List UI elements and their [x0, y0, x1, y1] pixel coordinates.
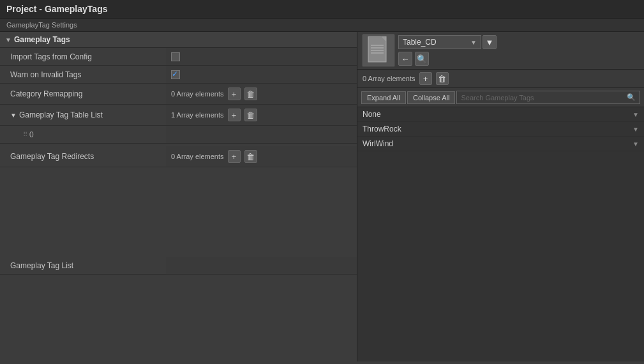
section-title: Gameplay Tags	[14, 35, 70, 44]
tag-list: None ▼ ThrowRock ▼ WirlWind ▼	[357, 107, 644, 361]
tag-item-throwrock[interactable]: ThrowRock ▼	[357, 122, 644, 137]
redirects-add-btn-right[interactable]: +	[419, 72, 432, 85]
category-remapping-row: Category Remapping 0 Array elements + 🗑	[0, 84, 357, 105]
section-arrow: ▼	[5, 36, 11, 43]
search-gameplay-tags: Search Gameplay Tags 🔍	[456, 91, 640, 104]
warn-invalid-tags-label: Warn on Invalid Tags	[0, 66, 166, 83]
window-title: Project - GameplayTags	[6, 4, 107, 14]
svg-rect-3	[381, 36, 386, 42]
import-tags-value	[166, 48, 357, 65]
tag-item-none[interactable]: None ▼	[357, 107, 644, 122]
main-content: ▼ Gameplay Tags Import Tags from Config …	[0, 32, 644, 361]
table-cd-dropdown[interactable]: Table_CD ▼	[398, 35, 481, 49]
asset-controls: Table_CD ▼ ▼ ← 🔍	[398, 35, 497, 66]
search-icon-right[interactable]: 🔍	[627, 93, 636, 102]
gameplay-tag-redirects-label: Gameplay Tag Redirects	[0, 146, 166, 167]
tag-list-area: Expand All Collapse All Search Gameplay …	[357, 88, 644, 361]
redirects-count-right: 0 Array elements	[363, 75, 416, 82]
asset-back-btn[interactable]: ←	[398, 52, 412, 66]
table-list-arrow: ▼	[10, 112, 17, 119]
search-placeholder: Search Gameplay Tags	[461, 94, 534, 102]
redirects-trash-btn-right[interactable]: 🗑	[436, 72, 449, 85]
table-list-index-value	[166, 126, 357, 143]
warn-invalid-tags-row: Warn on Invalid Tags	[0, 66, 357, 84]
category-remapping-count: 0 Array elements	[171, 90, 224, 98]
redirects-add-btn[interactable]: +	[228, 150, 241, 163]
asset-dropdown-row: Table_CD ▼ ▼	[398, 35, 497, 49]
gameplay-tag-list-row: Gameplay Tag List	[0, 257, 357, 275]
tag-arrow-throwrock: ▼	[633, 126, 639, 133]
asset-thumbnail	[363, 34, 394, 66]
asset-icon	[367, 36, 390, 64]
drag-handle: ⠿	[20, 131, 29, 138]
right-panel: Table_CD ▼ ▼ ← 🔍 0	[357, 32, 644, 361]
table-list-index-label: ⠿ 0	[0, 126, 166, 143]
tag-name-wirlwind: WirlWind	[363, 139, 393, 148]
gameplay-tag-table-list-row: ▼ Gameplay Tag Table List 1 Array elemen…	[0, 105, 357, 126]
gameplay-tag-table-list-label[interactable]: ▼ Gameplay Tag Table List	[0, 105, 166, 125]
gameplay-tag-list-value	[166, 257, 357, 274]
redirects-count: 0 Array elements	[171, 153, 224, 160]
subtitle-bar: GameplayTag Settings	[0, 19, 644, 32]
subtitle-text: GameplayTag Settings	[6, 21, 77, 29]
search-icon: 🔍	[417, 54, 427, 64]
import-tags-row: Import Tags from Config	[0, 48, 357, 66]
import-tags-checkbox[interactable]	[171, 52, 180, 61]
table-list-index-row: ⠿ 0	[0, 126, 357, 144]
gameplay-tag-list-label: Gameplay Tag List	[0, 257, 166, 274]
title-bar: Project - GameplayTags	[0, 0, 644, 19]
expand-all-btn[interactable]: Expand All	[361, 91, 406, 104]
gameplay-tag-redirects-value: 0 Array elements + 🗑	[166, 146, 357, 167]
redirects-delete-btn[interactable]: 🗑	[244, 150, 257, 163]
asset-action-btns: ← 🔍	[398, 52, 497, 66]
gameplay-tag-table-list-value: 1 Array elements + 🗑	[166, 105, 357, 125]
warn-invalid-tags-value	[166, 66, 357, 83]
tag-arrow-wirlwind: ▼	[633, 140, 639, 148]
collapse-all-btn[interactable]: Collapse All	[407, 91, 455, 104]
tag-item-wirlwind[interactable]: WirlWind ▼	[357, 137, 644, 151]
category-remapping-value: 0 Array elements + 🗑	[166, 84, 357, 104]
tag-arrow-none: ▼	[633, 111, 639, 118]
warn-invalid-tags-checkbox[interactable]	[171, 70, 180, 79]
category-remapping-label: Category Remapping	[0, 84, 166, 104]
category-remapping-delete-btn[interactable]: 🗑	[244, 87, 257, 100]
asset-search-btn[interactable]: 🔍	[415, 52, 429, 66]
table-list-count: 1 Array elements	[171, 111, 224, 119]
gameplay-tags-section-header[interactable]: ▼ Gameplay Tags	[0, 32, 357, 48]
table-list-delete-btn[interactable]: 🗑	[244, 109, 257, 121]
asset-extra-btn[interactable]: ▼	[483, 35, 497, 49]
tag-name-throwrock: ThrowRock	[363, 125, 401, 133]
left-panel: ▼ Gameplay Tags Import Tags from Config …	[0, 32, 357, 361]
gameplay-tag-redirects-row: Gameplay Tag Redirects 0 Array elements …	[0, 146, 357, 167]
tag-controls: Expand All Collapse All Search Gameplay …	[357, 88, 644, 107]
dropdown-arrow: ▼	[470, 39, 477, 46]
table-cd-label: Table_CD	[403, 38, 437, 47]
category-remapping-add-btn[interactable]: +	[228, 87, 241, 100]
tag-name-none: None	[363, 110, 381, 119]
asset-picker: Table_CD ▼ ▼ ← 🔍	[357, 32, 644, 70]
right-redirects-row: 0 Array elements + 🗑	[357, 70, 644, 88]
import-tags-label: Import Tags from Config	[0, 48, 166, 65]
table-list-add-btn[interactable]: +	[228, 109, 241, 121]
